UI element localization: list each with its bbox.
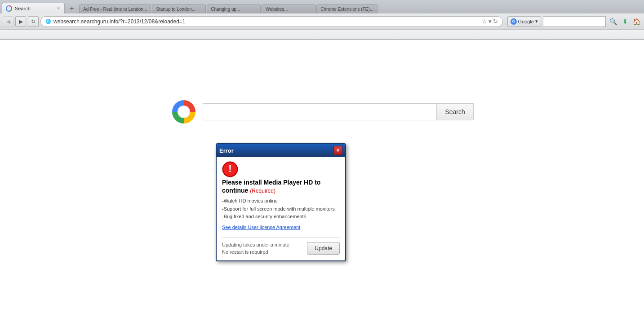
required-text: (Required) <box>250 188 275 194</box>
dialog-list: -Watch HD movies online -Support for ful… <box>222 197 340 221</box>
bookmark-bar <box>0 30 644 40</box>
tab-label: Search <box>15 6 53 11</box>
update-button[interactable]: Update <box>307 242 340 255</box>
footer-line-2: No restart is required <box>222 248 289 256</box>
error-dialog: Error × ! Please install Media Player HD… <box>216 143 346 261</box>
address-favicon: 🌐 <box>45 19 51 24</box>
other-tabs: Ad Free - Real time to London... Startup… <box>79 4 644 13</box>
other-tab-5[interactable]: Chrome Extensions (FE)... <box>316 4 378 13</box>
footer-line-1: Updating takes under a minute <box>222 241 289 249</box>
error-icon: ! <box>222 161 238 177</box>
dialog-list-item-2: -Support for full screen mode with multi… <box>222 205 340 213</box>
search-area: Search <box>170 98 473 125</box>
new-tab-button[interactable]: + <box>67 4 77 13</box>
google-search-icon-button[interactable]: 🔍 <box>608 16 618 27</box>
browser-chrome: Search × + Ad Free - Real time to London… <box>0 0 644 40</box>
dialog-list-item-3: -Bug fixed and security enhancements <box>222 213 340 221</box>
address-bar[interactable]: 🌐 websearch.searchguru.info/?r=2013/12/0… <box>40 16 503 27</box>
dialog-footer: Updating takes under a minute No restart… <box>222 237 340 256</box>
other-tab-3[interactable]: Changing up... <box>207 4 261 13</box>
forward-button[interactable]: ▶ <box>15 16 26 27</box>
svg-point-1 <box>178 106 190 118</box>
tab-bar: Search × + Ad Free - Real time to London… <box>0 0 644 13</box>
logo <box>170 98 197 125</box>
tab-favicon <box>6 5 12 12</box>
google-search-input[interactable] <box>543 16 606 27</box>
star-icon[interactable]: ☆ <box>482 18 487 25</box>
download-icon[interactable]: ⬇ <box>620 17 630 26</box>
google-dropdown-icon: ▾ <box>535 18 538 24</box>
address-text: websearch.searchguru.info/?r=2013/12/08&… <box>53 18 479 25</box>
dialog-title: Error <box>219 147 234 154</box>
back-button[interactable]: ◀ <box>3 16 13 27</box>
reload-icon[interactable]: ↻ <box>493 18 498 25</box>
dialog-footer-text: Updating takes under a minute No restart… <box>222 241 289 256</box>
active-tab[interactable]: Search × <box>2 3 65 13</box>
dialog-main-content: ! Please install Media Player HD to cont… <box>222 161 340 177</box>
svg-text:!: ! <box>228 163 231 174</box>
dialog-body: ! Please install Media Player HD to cont… <box>217 157 345 260</box>
dialog-list-item-1: -Watch HD movies online <box>222 197 340 205</box>
home-icon[interactable]: 🏠 <box>631 17 641 26</box>
address-icons: ☆ ▾ ↻ <box>482 18 498 25</box>
google-search-bar: G Google ▾ 🔍 <box>507 16 618 27</box>
tab-close-icon[interactable]: × <box>56 5 61 11</box>
refresh-button[interactable]: ↻ <box>28 16 39 27</box>
page-content: Search Error × ! <box>0 40 644 313</box>
other-tab-4[interactable]: Websites... <box>262 4 315 13</box>
google-label: Google <box>518 19 534 24</box>
dialog-close-button[interactable]: × <box>333 146 342 155</box>
dialog-titlebar: Error × <box>217 144 345 157</box>
toolbar-right: ⬇ 🏠 <box>620 17 641 26</box>
star-down-icon[interactable]: ▾ <box>489 18 492 25</box>
other-tab-1[interactable]: Ad Free - Real time to London... <box>79 4 151 13</box>
other-tab-2[interactable]: Startup to London... <box>152 4 206 13</box>
dialog-license-link[interactable]: See details User license Agreement <box>222 225 340 230</box>
browser-toolbar: ◀ ▶ ↻ 🌐 websearch.searchguru.info/?r=201… <box>0 13 644 30</box>
google-account-button[interactable]: G Google ▾ <box>507 16 541 27</box>
google-g-icon: G <box>511 18 517 25</box>
search-input[interactable] <box>203 103 436 120</box>
dialog-overlay: Error × ! Please install Media Player HD… <box>0 40 644 313</box>
dialog-heading-full: Please install Media Player HD to contin… <box>222 178 340 194</box>
search-button[interactable]: Search <box>436 103 473 120</box>
